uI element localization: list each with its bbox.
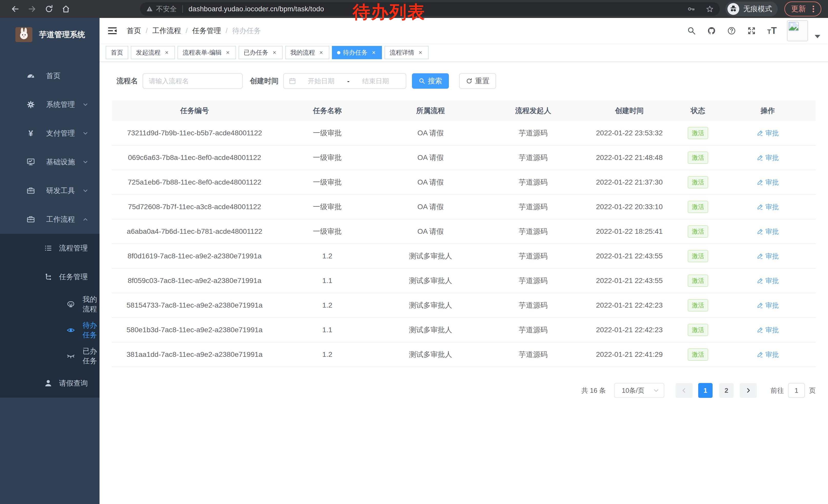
approve-link[interactable]: 审批 bbox=[757, 227, 779, 236]
process-name-input[interactable] bbox=[142, 73, 243, 89]
tab-close-icon[interactable] bbox=[164, 49, 170, 56]
tab-process-detail[interactable]: 流程详情 bbox=[384, 46, 429, 59]
end-date-placeholder[interactable]: 结束日期 bbox=[350, 77, 401, 86]
edit-pencil-icon bbox=[757, 130, 763, 136]
url-text[interactable]: dashboard.yudao.iocoder.cn/bpm/task/todo bbox=[189, 5, 324, 13]
bookmark-star-icon[interactable] bbox=[706, 5, 714, 13]
goto-label: 前往 bbox=[771, 386, 784, 395]
cell-starter: 芋道源码 bbox=[484, 342, 583, 367]
approve-link[interactable]: 审批 bbox=[757, 326, 779, 334]
forward-icon[interactable] bbox=[28, 5, 36, 13]
tab-close-icon[interactable] bbox=[371, 49, 377, 56]
cell-process: 测试多审批人 bbox=[377, 293, 484, 317]
header-search-icon[interactable] bbox=[687, 27, 696, 35]
approve-link[interactable]: 审批 bbox=[757, 301, 779, 310]
breadcrumb-separator: / bbox=[226, 27, 228, 35]
url-bar[interactable]: 不安全 dashboard.yudao.iocoder.cn/bpm/task/… bbox=[140, 2, 720, 16]
status-badge: 激活 bbox=[688, 349, 708, 361]
sidebar-item-infrastructure[interactable]: 基础设施 bbox=[0, 148, 99, 176]
cell-starter: 芋道源码 bbox=[484, 220, 583, 243]
reset-button[interactable]: 重置 bbox=[459, 73, 496, 89]
home-icon[interactable] bbox=[61, 5, 70, 13]
breadcrumb: 首页 / 工作流程 / 任务管理 / 待办任务 bbox=[127, 26, 261, 36]
app-logo[interactable]: 芋道管理系统 bbox=[0, 18, 99, 51]
edit-pencil-icon bbox=[757, 277, 763, 284]
sidebar-item-label: 工作流程 bbox=[46, 215, 75, 224]
status-badge: 激活 bbox=[688, 299, 708, 312]
page-number-1[interactable]: 1 bbox=[698, 383, 713, 398]
chevron-up-icon bbox=[82, 274, 89, 280]
user-avatar[interactable] bbox=[787, 20, 808, 41]
sidebar-item-system[interactable]: 系统管理 bbox=[0, 90, 99, 119]
eye-closed-icon bbox=[66, 352, 76, 360]
tab-todo-tasks[interactable]: 待办任务 bbox=[332, 46, 382, 59]
prev-page-button[interactable] bbox=[676, 383, 693, 398]
sidebar-item-leave-query[interactable]: 请假查询 bbox=[0, 369, 99, 398]
chevron-left-icon bbox=[681, 387, 687, 393]
breadcrumb-item[interactable]: 任务管理 bbox=[192, 26, 221, 36]
avatar-caret-icon[interactable] bbox=[815, 35, 820, 38]
cell-process: 测试多审批人 bbox=[377, 269, 484, 293]
security-label[interactable]: 不安全 bbox=[156, 4, 177, 13]
tab-home[interactable]: 首页 bbox=[106, 46, 128, 59]
goto-page-input[interactable] bbox=[788, 383, 805, 398]
date-range-picker[interactable]: 开始日期 - 结束日期 bbox=[283, 73, 406, 89]
sidebar-item-workflow[interactable]: 工作流程 bbox=[0, 205, 99, 234]
sidebar-item-home[interactable]: 首页 bbox=[0, 61, 99, 90]
table-row: 73211d9d-7b9b-11ec-b5b7-acde48001122 一级审… bbox=[112, 121, 816, 146]
sidebar-item-dev-tools[interactable]: 研发工具 bbox=[0, 176, 99, 205]
start-date-placeholder[interactable]: 开始日期 bbox=[296, 77, 346, 86]
sidebar-collapse-icon[interactable] bbox=[107, 26, 118, 36]
approve-link[interactable]: 审批 bbox=[757, 350, 779, 359]
sidebar-item-my-process[interactable]: 我的流程 bbox=[0, 291, 99, 317]
cell-task-name: 一级审批 bbox=[277, 121, 377, 145]
tab-done-tasks[interactable]: 已办任务 bbox=[239, 46, 283, 59]
approve-link[interactable]: 审批 bbox=[757, 129, 779, 138]
sidebar-item-process-mgmt[interactable]: 流程管理 bbox=[0, 234, 99, 263]
chevron-down-icon bbox=[82, 159, 89, 165]
search-button[interactable]: 搜索 bbox=[412, 73, 449, 89]
table-row: 58154733-7ac8-11ec-a9e2-a2380e71991a 1.2… bbox=[112, 293, 816, 318]
page-size-select[interactable]: 10条/页 bbox=[614, 383, 664, 398]
tab-close-icon[interactable] bbox=[272, 49, 278, 56]
browser-update-button[interactable]: 更新 bbox=[784, 2, 821, 16]
incognito-icon bbox=[728, 3, 739, 15]
sidebar-item-todo-tasks[interactable]: 待办任务 bbox=[0, 317, 99, 343]
edit-pencil-icon bbox=[757, 327, 763, 333]
sidebar-item-payment[interactable]: ¥ 支付管理 bbox=[0, 119, 99, 148]
next-page-button[interactable] bbox=[740, 383, 757, 398]
tab-my-process[interactable]: 我的流程 bbox=[285, 46, 329, 59]
tab-close-icon[interactable] bbox=[318, 49, 324, 56]
tab-start-process[interactable]: 发起流程 bbox=[131, 46, 175, 59]
cell-process: OA 请假 bbox=[377, 121, 484, 145]
tab-form-edit[interactable]: 流程表单-编辑 bbox=[177, 46, 236, 59]
font-size-icon[interactable]: TT bbox=[767, 26, 777, 36]
browser-menu-kebab-icon[interactable] bbox=[810, 5, 817, 13]
status-badge: 激活 bbox=[688, 127, 708, 139]
key-icon[interactable] bbox=[688, 5, 695, 13]
tab-close-icon[interactable] bbox=[417, 49, 423, 56]
approve-link[interactable]: 审批 bbox=[757, 153, 779, 162]
github-icon[interactable] bbox=[707, 27, 716, 35]
cell-process: 测试多审批人 bbox=[377, 318, 484, 342]
col-task-name: 任务名称 bbox=[277, 100, 377, 121]
fullscreen-icon[interactable] bbox=[747, 27, 756, 35]
approve-link[interactable]: 审批 bbox=[757, 252, 779, 261]
approve-link[interactable]: 审批 bbox=[757, 276, 779, 285]
approve-link[interactable]: 审批 bbox=[757, 178, 779, 187]
toolbox-icon bbox=[26, 186, 36, 195]
chevron-down-icon bbox=[82, 245, 89, 251]
cell-create-time: 2022-01-21 22:43:55 bbox=[583, 269, 676, 293]
sidebar-item-task-mgmt[interactable]: 任务管理 bbox=[0, 263, 99, 291]
help-icon[interactable] bbox=[727, 27, 736, 35]
back-icon[interactable] bbox=[11, 5, 19, 13]
sidebar-item-done-tasks[interactable]: 已办任务 bbox=[0, 343, 99, 369]
breadcrumb-item[interactable]: 工作流程 bbox=[152, 26, 181, 36]
breadcrumb-item[interactable]: 首页 bbox=[127, 26, 141, 36]
approve-link[interactable]: 审批 bbox=[757, 202, 779, 212]
search-icon bbox=[419, 78, 425, 84]
page-number-2[interactable]: 2 bbox=[719, 383, 734, 398]
tab-close-icon[interactable] bbox=[225, 49, 231, 56]
cell-task-name: 1.1 bbox=[277, 318, 377, 342]
reload-icon[interactable] bbox=[45, 5, 53, 13]
